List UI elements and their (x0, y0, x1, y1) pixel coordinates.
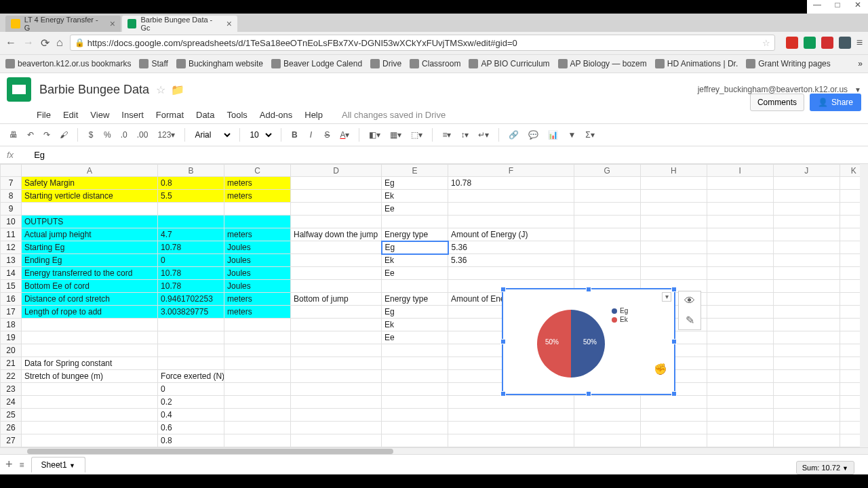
cell[interactable] (21, 319, 157, 331)
row-header[interactable]: 7 (1, 177, 22, 190)
cell[interactable]: Starting verticle distance (21, 190, 157, 203)
functions-button[interactable]: Σ▾ (583, 128, 597, 142)
cell[interactable]: Stretch of bungee (m) (21, 370, 157, 383)
extension-icon[interactable] (839, 37, 851, 49)
cell[interactable]: 0 (158, 254, 224, 267)
chart-edit-button[interactable]: ✎ (679, 310, 701, 329)
bookmark[interactable]: beaverton.k12.or.us bookmarks (5, 59, 131, 68)
cell[interactable]: 10.78 (158, 241, 224, 254)
cell[interactable]: 0 (158, 383, 224, 396)
cell[interactable] (707, 422, 773, 434)
cell[interactable] (448, 396, 574, 409)
menu-format[interactable]: Format (156, 110, 184, 120)
cell[interactable]: Ek (382, 319, 448, 331)
cell[interactable] (707, 383, 773, 396)
text-color-button[interactable]: A▾ (337, 128, 352, 142)
chart-view-button[interactable]: 👁 (679, 291, 701, 310)
cell[interactable] (158, 203, 224, 216)
column-header[interactable]: I (707, 165, 773, 177)
cell[interactable] (382, 422, 448, 434)
cell[interactable] (291, 357, 382, 370)
bookmark[interactable]: Beaver Lodge Calend (271, 59, 362, 68)
cell[interactable] (574, 267, 640, 280)
folder-icon[interactable]: 📁 (171, 83, 184, 96)
cell[interactable]: Ee (382, 331, 448, 344)
row-header[interactable]: 18 (1, 319, 22, 331)
cell[interactable] (224, 370, 291, 383)
cell[interactable] (773, 267, 840, 280)
column-header[interactable]: E (382, 165, 448, 177)
menu-view[interactable]: View (90, 110, 109, 120)
cell[interactable] (291, 254, 382, 267)
cell[interactable]: Amount of Energy (J) (448, 228, 574, 241)
bookmark[interactable]: AP BIO Curriculum (469, 59, 549, 68)
cell[interactable]: Joules (224, 241, 291, 254)
cell[interactable]: 10.78 (448, 177, 574, 190)
cell[interactable] (640, 228, 707, 241)
scrollbar-thumb[interactable] (27, 449, 393, 454)
cell[interactable]: 5.5 (158, 190, 224, 203)
cell[interactable] (707, 190, 773, 203)
cell[interactable]: 0.8 (158, 434, 224, 447)
cell[interactable] (291, 306, 382, 319)
cell[interactable] (640, 216, 707, 228)
bookmark[interactable]: AP Biology — bozem (558, 59, 647, 68)
home-button[interactable]: ⌂ (56, 37, 63, 49)
row-header[interactable]: 25 (1, 409, 22, 422)
status-sum[interactable]: Sum: 10.72 ▼ (796, 461, 854, 474)
cell[interactable] (640, 177, 707, 190)
cell[interactable] (640, 409, 707, 422)
row-header[interactable]: 24 (1, 396, 22, 409)
cell[interactable] (21, 344, 157, 357)
cell[interactable]: Force exerted (N) (158, 370, 224, 383)
back-button[interactable]: ← (5, 37, 16, 49)
cell[interactable] (291, 331, 382, 344)
cell[interactable]: Joules (224, 267, 291, 280)
cell[interactable]: Halfway down the jump (291, 228, 382, 241)
cell[interactable] (382, 280, 448, 293)
vertical-scrollbar[interactable] (860, 164, 868, 447)
row-header[interactable]: 14 (1, 267, 22, 280)
cell[interactable] (21, 331, 157, 344)
font-select[interactable]: Arial (192, 129, 233, 140)
bookmark[interactable]: Staff (139, 59, 167, 68)
cell[interactable]: meters (224, 293, 291, 306)
cell[interactable] (640, 267, 707, 280)
cell[interactable]: Actual jump height (21, 228, 157, 241)
row-header[interactable]: 8 (1, 190, 22, 203)
browser-tab-active[interactable]: Barbie Bungee Data - Gc × (122, 16, 237, 32)
cell[interactable] (291, 383, 382, 396)
resize-handle[interactable] (500, 287, 506, 292)
cell[interactable] (773, 216, 840, 228)
cell[interactable] (291, 370, 382, 383)
cell[interactable] (773, 177, 840, 190)
column-header[interactable]: C (224, 165, 291, 177)
column-header[interactable]: H (640, 165, 707, 177)
cell[interactable]: 0.2 (158, 396, 224, 409)
cell[interactable] (158, 344, 224, 357)
menu-tools[interactable]: Tools (226, 110, 247, 120)
grid-area[interactable]: ABCDEFGHIJK7Safety Margin0.8metersEg10.7… (0, 164, 868, 447)
paint-format-button[interactable]: 🖌 (57, 128, 71, 142)
cell[interactable] (574, 254, 640, 267)
decrease-decimal-button[interactable]: .0 (118, 128, 130, 142)
cell[interactable]: Starting Eg (21, 241, 157, 254)
url-bar[interactable]: 🔒 https://docs.google.com/spreadsheets/d… (70, 35, 775, 51)
cell[interactable] (640, 396, 707, 409)
cell[interactable]: 4.7 (158, 228, 224, 241)
cell[interactable]: Ek (382, 190, 448, 203)
cell[interactable] (773, 344, 840, 357)
cell[interactable] (291, 396, 382, 409)
reload-button[interactable]: ⟳ (41, 37, 50, 49)
cell[interactable] (640, 241, 707, 254)
close-window-button[interactable]: ✕ (848, 0, 868, 14)
resize-handle[interactable] (586, 391, 591, 396)
more-formats-button[interactable]: 123▾ (155, 128, 178, 142)
cell[interactable]: Distance of cord stretch (21, 293, 157, 306)
cell[interactable] (707, 267, 773, 280)
cell[interactable] (707, 357, 773, 370)
minimize-button[interactable]: — (807, 0, 827, 14)
currency-button[interactable]: $ (85, 128, 97, 142)
cell[interactable]: 10.78 (158, 267, 224, 280)
cell[interactable] (291, 409, 382, 422)
